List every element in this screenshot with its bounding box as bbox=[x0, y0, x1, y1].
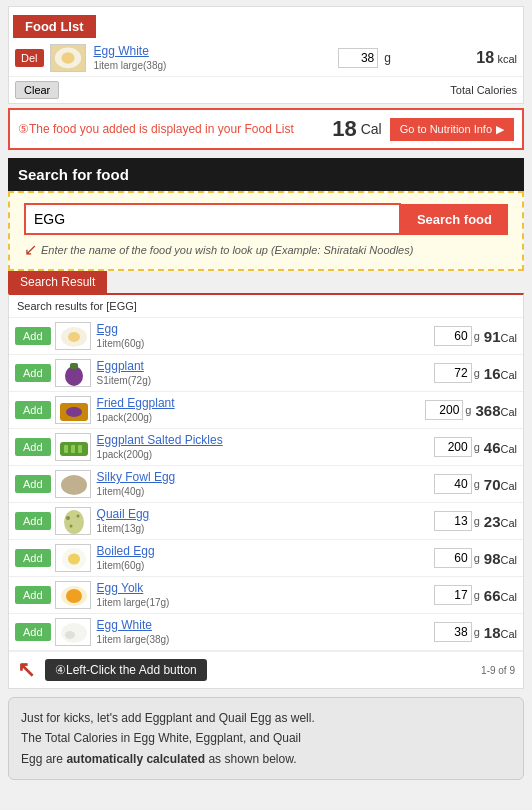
bottom-text3: Egg are bbox=[21, 752, 66, 766]
result-name-link[interactable]: Boiled Egg bbox=[97, 544, 155, 558]
result-name-link[interactable]: Egg White bbox=[97, 618, 152, 632]
result-name-link[interactable]: Silky Fowl Egg bbox=[97, 470, 176, 484]
result-row: Add Fried Eggplant 1pack(200g) g 368Cal bbox=[9, 392, 523, 429]
bottom-bold: automatically calculated bbox=[66, 752, 205, 766]
add-button[interactable]: Add bbox=[15, 549, 51, 567]
bottom-text4: as shown below. bbox=[205, 752, 296, 766]
bottom-info-box: Just for kicks, let's add Eggplant and Q… bbox=[8, 697, 524, 780]
result-sub: 1item(60g) bbox=[97, 338, 145, 349]
result-thumbnail bbox=[55, 581, 91, 609]
svg-point-22 bbox=[65, 631, 75, 639]
add-button[interactable]: Add bbox=[15, 512, 51, 530]
result-sub: 1item(60g) bbox=[97, 560, 145, 571]
result-thumbnail bbox=[55, 470, 91, 498]
result-thumbnail bbox=[55, 322, 91, 350]
add-button[interactable]: Add bbox=[15, 364, 51, 382]
info-text: ⑤The food you added is displayed in your… bbox=[18, 122, 328, 136]
result-name-link[interactable]: Eggplant Salted Pickles bbox=[97, 433, 223, 447]
result-cal: 66Cal bbox=[484, 587, 517, 604]
result-info: Silky Fowl Egg 1item(40g) bbox=[97, 470, 432, 498]
result-row: Add Egg White 1item large(38g) g 18Cal bbox=[9, 614, 523, 651]
add-button[interactable]: Add bbox=[15, 401, 51, 419]
result-tab-label: Search Result bbox=[8, 271, 107, 293]
result-qty-input[interactable] bbox=[434, 622, 472, 642]
nutrition-btn[interactable]: Go to Nutrition Info ▶ bbox=[390, 118, 514, 141]
result-info: Egg 1item(60g) bbox=[97, 322, 432, 350]
result-name-link[interactable]: Fried Eggplant bbox=[97, 396, 175, 410]
search-results-section: Search results for [EGG] Add Egg 1item(6… bbox=[8, 293, 524, 689]
svg-point-13 bbox=[64, 510, 84, 534]
search-section-title: Search for food bbox=[18, 166, 129, 183]
add-button[interactable]: Add bbox=[15, 438, 51, 456]
result-qty-input[interactable] bbox=[434, 548, 472, 568]
result-tab: Search Result bbox=[8, 271, 524, 293]
result-sub: 1item(13g) bbox=[97, 523, 145, 534]
result-unit: g bbox=[474, 552, 480, 564]
result-info: Eggplant Salted Pickles 1pack(200g) bbox=[97, 433, 432, 461]
result-thumbnail bbox=[55, 507, 91, 535]
result-sub: 1item large(17g) bbox=[97, 597, 170, 608]
svg-rect-10 bbox=[71, 445, 75, 453]
search-row: Search food bbox=[24, 203, 508, 235]
result-info: Quail Egg 1item(13g) bbox=[97, 507, 432, 535]
click-hint-text: ④Left-Click the Add button bbox=[55, 663, 197, 677]
result-qty-input[interactable] bbox=[434, 474, 472, 494]
food-qty-input[interactable] bbox=[338, 48, 378, 68]
total-calories-label: Total Calories bbox=[450, 84, 517, 96]
svg-point-12 bbox=[61, 475, 87, 495]
clear-button[interactable]: Clear bbox=[15, 81, 59, 99]
result-qty-input[interactable] bbox=[434, 363, 472, 383]
add-button[interactable]: Add bbox=[15, 475, 51, 493]
food-list-section: Food LIst Del Egg White 1item bbox=[0, 6, 532, 104]
result-qty-input[interactable] bbox=[434, 511, 472, 531]
svg-point-7 bbox=[66, 407, 82, 417]
kcal-unit: kcal bbox=[497, 53, 517, 65]
click-hint: ④Left-Click the Add button bbox=[45, 659, 207, 681]
food-list-table: Del Egg White 1item large(38g) bbox=[9, 40, 523, 103]
result-cal: 91Cal bbox=[484, 328, 517, 345]
food-sub: 1item large(38g) bbox=[94, 60, 167, 71]
result-qty-input[interactable] bbox=[434, 585, 472, 605]
result-thumbnail bbox=[55, 544, 91, 572]
svg-point-1 bbox=[61, 52, 74, 63]
result-qty-input[interactable] bbox=[425, 400, 463, 420]
search-input-area: Search food ↙ Enter the name of the food… bbox=[8, 191, 524, 271]
result-row: Add Silky Fowl Egg 1item(40g) g 70Cal bbox=[9, 466, 523, 503]
food-list-row: Del Egg White 1item large(38g) bbox=[9, 40, 523, 77]
svg-rect-11 bbox=[78, 445, 82, 453]
unit-g: g bbox=[384, 51, 391, 65]
food-name-link[interactable]: Egg White bbox=[94, 44, 149, 58]
result-cal: 16Cal bbox=[484, 365, 517, 382]
del-button[interactable]: Del bbox=[15, 49, 44, 67]
result-unit: g bbox=[474, 589, 480, 601]
result-unit: g bbox=[474, 441, 480, 453]
result-name-link[interactable]: Quail Egg bbox=[97, 507, 150, 521]
cal-unit: Cal bbox=[361, 121, 382, 137]
add-button[interactable]: Add bbox=[15, 327, 51, 345]
add-button[interactable]: Add bbox=[15, 586, 51, 604]
result-name-link[interactable]: Eggplant bbox=[97, 359, 144, 373]
result-unit: g bbox=[474, 626, 480, 638]
clear-row: Clear Total Calories bbox=[9, 77, 523, 104]
search-button[interactable]: Search food bbox=[401, 204, 508, 235]
result-qty-input[interactable] bbox=[434, 326, 472, 346]
nutrition-btn-label: Go to Nutrition Info bbox=[400, 123, 492, 135]
result-thumbnail bbox=[55, 359, 91, 387]
page-info: 1-9 of 9 bbox=[481, 665, 515, 676]
svg-point-15 bbox=[76, 515, 79, 518]
result-cal: 23Cal bbox=[484, 513, 517, 530]
bottom-text1: Just for kicks, let's add Eggplant and Q… bbox=[21, 711, 315, 725]
result-name-link[interactable]: Egg bbox=[97, 322, 118, 336]
svg-point-3 bbox=[68, 332, 80, 342]
svg-point-14 bbox=[66, 516, 70, 520]
add-button[interactable]: Add bbox=[15, 623, 51, 641]
svg-point-20 bbox=[66, 589, 82, 603]
result-qty-input[interactable] bbox=[434, 437, 472, 457]
result-unit: g bbox=[474, 367, 480, 379]
result-name-link[interactable]: Egg Yolk bbox=[97, 581, 144, 595]
result-info: Boiled Egg 1item(60g) bbox=[97, 544, 432, 572]
result-thumbnail bbox=[55, 433, 91, 461]
result-cal: 368Cal bbox=[475, 402, 517, 419]
svg-point-18 bbox=[68, 554, 80, 565]
search-input[interactable] bbox=[24, 203, 401, 235]
